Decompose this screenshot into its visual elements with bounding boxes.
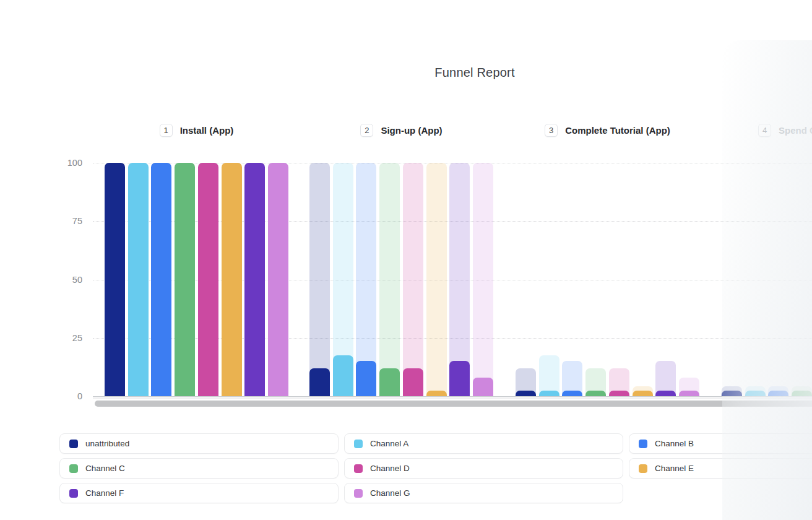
legend-item-channel-a[interactable]: Channel A (344, 433, 623, 454)
stage-label: Spend C (779, 125, 812, 136)
stage-number-badge: 3 (545, 124, 558, 137)
bar-channel-f-stage-3[interactable] (655, 391, 676, 396)
legend-label: Channel E (655, 464, 694, 473)
legend-color-swatch (69, 464, 78, 473)
legend-color-swatch (354, 440, 363, 448)
bar-group-stage-2 (309, 163, 493, 396)
stage-header-1[interactable]: 1Install (App) (105, 123, 288, 137)
bar-bg-channel-d-stage-2 (403, 163, 423, 396)
bar-channel-f-stage-1[interactable] (244, 163, 265, 396)
bar-slot (745, 163, 766, 396)
bar-channel-a-stage-3[interactable] (539, 391, 559, 396)
bar-slot (198, 163, 218, 396)
bar-slot (722, 163, 742, 396)
legend-color-swatch (354, 464, 363, 473)
bar-unattributed-stage-4[interactable] (722, 391, 742, 396)
bar-slot (768, 163, 788, 396)
bar-channel-b-stage-1[interactable] (151, 163, 171, 396)
bar-slot (449, 163, 470, 396)
y-axis-tick-label: 100 (45, 157, 82, 169)
bar-unattributed-stage-1[interactable] (105, 163, 125, 396)
bar-slot (655, 163, 676, 396)
legend-item-unattributed[interactable]: unattributed (59, 433, 339, 454)
bar-channel-g-stage-2[interactable] (473, 378, 493, 396)
bar-channel-b-stage-3[interactable] (562, 391, 582, 396)
bar-unattributed-stage-2[interactable] (309, 368, 330, 396)
legend-label: Channel C (85, 464, 125, 473)
legend-item-channel-c[interactable]: Channel C (59, 458, 339, 479)
chart-title: Funnel Report (434, 66, 514, 80)
legend-color-swatch (69, 440, 78, 448)
bar-slot (356, 163, 376, 396)
stage-number-badge: 4 (758, 124, 771, 137)
bar-slot (222, 163, 242, 396)
bar-channel-d-stage-1[interactable] (198, 163, 218, 396)
stage-header-2[interactable]: 2Sign-up (App) (309, 123, 493, 137)
bar-bg-unattributed-stage-2 (309, 163, 330, 396)
legend-label: unattributed (85, 439, 129, 448)
bar-channel-f-stage-2[interactable] (449, 361, 470, 396)
bar-channel-e-stage-2[interactable] (426, 391, 447, 396)
y-axis-tick-label: 75 (45, 215, 82, 227)
stage-header-4[interactable]: 4Spend C (758, 123, 812, 137)
bar-channel-e-stage-3[interactable] (633, 391, 653, 396)
bar-channel-b-stage-2[interactable] (356, 361, 376, 396)
bar-slot (105, 163, 125, 396)
y-axis-tick-label: 25 (45, 332, 82, 344)
bar-channel-d-stage-2[interactable] (403, 368, 423, 396)
bar-slot (244, 163, 265, 396)
bar-slot (516, 163, 536, 396)
bar-channel-a-stage-1[interactable] (128, 163, 149, 396)
bar-slot (151, 163, 171, 396)
bar-channel-a-stage-4[interactable] (745, 391, 766, 396)
funnel-report-page: Funnel Report 02550751001Install (App)2S… (0, 0, 812, 520)
stage-label: Complete Tutorial (App) (565, 125, 670, 136)
bar-group-stage-1 (105, 163, 288, 396)
bar-slot (403, 163, 423, 396)
bar-channel-g-stage-1[interactable] (268, 163, 288, 396)
stage-label: Install (App) (180, 125, 234, 136)
bar-slot (128, 163, 149, 396)
bar-channel-c-stage-3[interactable] (585, 391, 606, 396)
stage-number-badge: 2 (360, 124, 373, 137)
legend-color-swatch (639, 464, 647, 473)
bar-slot (309, 163, 330, 396)
legend-color-swatch (639, 440, 647, 448)
bar-channel-g-stage-3[interactable] (679, 391, 699, 396)
bar-slot (562, 163, 582, 396)
bar-channel-a-stage-2[interactable] (333, 355, 353, 396)
bar-channel-c-stage-2[interactable] (379, 368, 400, 396)
stage-number-badge: 1 (160, 124, 173, 137)
bar-channel-c-stage-1[interactable] (175, 163, 195, 396)
bar-slot (473, 163, 493, 396)
legend-label: Channel F (85, 488, 124, 498)
bar-channel-d-stage-3[interactable] (609, 391, 629, 396)
horizontal-scrollbar-thumb[interactable] (95, 401, 812, 407)
legend-color-swatch (354, 489, 363, 498)
legend-item-channel-b[interactable]: Channel B (629, 433, 812, 454)
bar-slot (426, 163, 447, 396)
x-axis-line (93, 396, 812, 397)
bar-group-stage-3 (516, 163, 699, 396)
x-axis-line-shadow (93, 397, 812, 399)
bar-slot (379, 163, 400, 396)
bar-slot (333, 163, 353, 396)
legend-label: Channel A (370, 439, 408, 448)
legend-item-channel-e[interactable]: Channel E (629, 458, 812, 479)
bar-bg-channel-c-stage-2 (379, 163, 400, 396)
bar-group-stage-4 (722, 163, 812, 396)
legend-item-channel-f[interactable]: Channel F (59, 483, 339, 503)
y-axis-tick-label: 50 (45, 274, 82, 286)
bar-unattributed-stage-3[interactable] (516, 391, 536, 396)
bar-channel-e-stage-1[interactable] (222, 163, 242, 396)
bar-channel-b-stage-4[interactable] (768, 391, 788, 396)
legend-item-channel-g[interactable]: Channel G (344, 483, 623, 503)
legend-item-channel-d[interactable]: Channel D (344, 458, 623, 479)
stage-header-3[interactable]: 3Complete Tutorial (App) (516, 123, 699, 137)
bar-slot (679, 163, 699, 396)
bar-slot (633, 163, 653, 396)
bar-channel-c-stage-4[interactable] (792, 391, 812, 396)
legend-label: Channel D (370, 464, 410, 473)
stage-label: Sign-up (App) (381, 125, 442, 136)
legend-color-swatch (69, 489, 78, 498)
